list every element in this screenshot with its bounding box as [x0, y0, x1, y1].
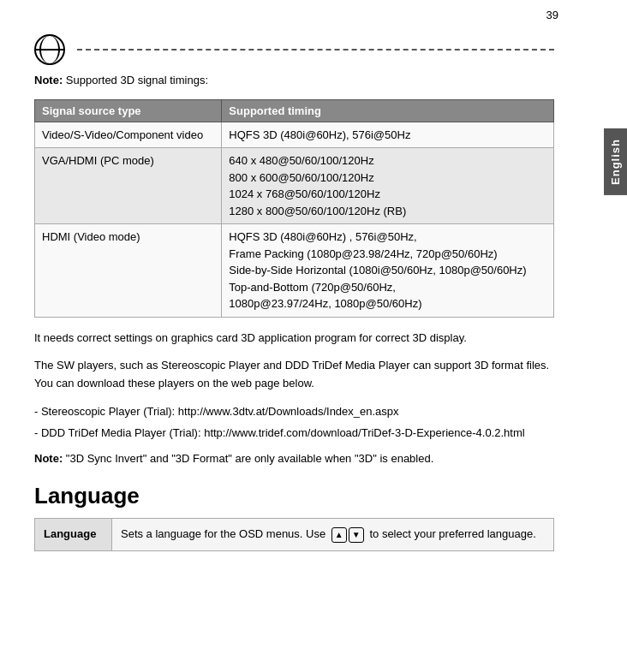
dashed-line: [77, 49, 554, 51]
table-row: Video/S-Video/Component video HQFS 3D (4…: [35, 122, 554, 148]
language-section-title: Language: [34, 483, 554, 509]
icon-row: [34, 34, 554, 65]
note-2: Note: "3D Sync Invert" and "3D Format" a…: [34, 450, 554, 467]
bullet-1: - DDD TriDef Media Player (Trial): http:…: [34, 425, 554, 443]
bullet-0: - Stereoscopic Player (Trial): http://ww…: [34, 403, 554, 421]
note-1-label: Note:: [34, 74, 63, 86]
english-tab: English: [604, 128, 627, 195]
table-row: HDMI (Video mode) HQFS 3D (480i@60Hz) , …: [35, 224, 554, 318]
language-description: Sets a language for the OSD menus. Use ▲…: [112, 518, 554, 550]
language-table: Language Sets a language for the OSD men…: [34, 518, 554, 551]
down-arrow-icon: ▼: [349, 527, 364, 543]
source-cell-2: HDMI (Video mode): [35, 224, 222, 318]
nav-arrows: ▲ ▼: [331, 527, 364, 543]
body-text-1: The SW players, such as Stereoscopic Pla…: [34, 357, 554, 393]
globe-icon: [34, 34, 65, 65]
body-text-0: It needs correct settings on graphics ca…: [34, 330, 554, 348]
note-2-label: Note:: [34, 452, 63, 465]
timing-cell-2: HQFS 3D (480i@60Hz) , 576i@50Hz, Frame P…: [222, 224, 554, 318]
lang-desc-suffix: to select your preferred language.: [369, 527, 535, 540]
page-number: 39: [0, 0, 627, 26]
table-row: VGA/HDMI (PC mode) 640 x 480@50/60/100/1…: [35, 148, 554, 224]
lang-desc-prefix: Sets a language for the OSD menus. Use: [121, 527, 325, 540]
language-label: Language: [35, 518, 112, 550]
note-1: Note: Supported 3D signal timings:: [34, 72, 554, 89]
timing-cell-1: 640 x 480@50/60/100/120Hz 800 x 600@50/6…: [222, 148, 554, 224]
source-cell-0: Video/S-Video/Component video: [35, 122, 222, 148]
table-header-timing: Supported timing: [222, 99, 554, 122]
source-cell-1: VGA/HDMI (PC mode): [35, 148, 222, 224]
table-header-source: Signal source type: [35, 99, 222, 122]
timing-cell-0: HQFS 3D (480i@60Hz), 576i@50Hz: [222, 122, 554, 148]
signal-timings-table: Signal source type Supported timing Vide…: [34, 99, 554, 318]
up-arrow-icon: ▲: [331, 527, 347, 543]
note-1-text: Supported 3D signal timings:: [66, 74, 208, 86]
note-2-text: "3D Sync Invert" and "3D Format" are onl…: [66, 452, 433, 465]
language-row: Language Sets a language for the OSD men…: [35, 518, 554, 550]
